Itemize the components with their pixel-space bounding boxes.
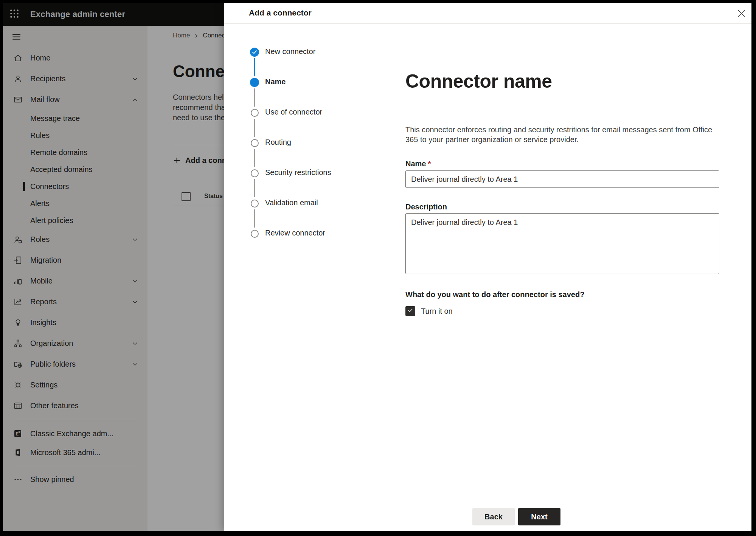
step-todo-indicator bbox=[251, 230, 259, 238]
close-button[interactable] bbox=[735, 8, 748, 20]
wizard-steps: New connector Name Use of connector Rout… bbox=[224, 24, 380, 503]
back-button[interactable]: Back bbox=[472, 508, 515, 525]
step-todo-indicator bbox=[251, 200, 259, 208]
name-field-label: Name* bbox=[405, 160, 431, 168]
content-description: This connector enforces routing and secu… bbox=[405, 125, 722, 144]
dialog-title: Add a connector bbox=[249, 8, 312, 17]
close-icon bbox=[736, 8, 747, 20]
dialog-footer: Back Next bbox=[224, 503, 751, 531]
step-completed-indicator bbox=[250, 48, 259, 57]
next-button[interactable]: Next bbox=[518, 508, 560, 525]
content-heading: Connector name bbox=[405, 70, 552, 92]
exchange-admin-app: Exchange admin center Home Recipients Ma… bbox=[3, 3, 751, 531]
step-todo-indicator bbox=[251, 139, 259, 147]
step-connector-line bbox=[254, 58, 255, 76]
step-current-indicator bbox=[250, 78, 259, 87]
step-todo-indicator bbox=[251, 169, 259, 177]
turn-on-checkbox-row: Turn it on bbox=[405, 306, 453, 316]
step-connector-line bbox=[254, 88, 255, 107]
turn-on-checkbox[interactable] bbox=[405, 306, 415, 316]
dialog-header: Add a connector bbox=[224, 3, 751, 24]
add-connector-dialog: Add a connector New connector Name bbox=[224, 3, 751, 531]
step-connector-line bbox=[254, 149, 255, 167]
step-connector-line bbox=[254, 179, 255, 197]
turn-on-label: Turn it on bbox=[421, 307, 453, 316]
required-asterisk: * bbox=[428, 160, 431, 168]
description-field-label: Description bbox=[405, 203, 447, 211]
description-textarea[interactable]: Deliver journal directly to Area 1 bbox=[405, 213, 719, 274]
step-connector-line bbox=[254, 209, 255, 228]
step-todo-indicator bbox=[251, 109, 259, 117]
after-save-question: What do you want to do after connector i… bbox=[405, 290, 584, 299]
step-connector-line bbox=[254, 119, 255, 137]
connector-name-input[interactable] bbox=[405, 170, 719, 188]
checkbox-check-icon bbox=[407, 307, 414, 315]
